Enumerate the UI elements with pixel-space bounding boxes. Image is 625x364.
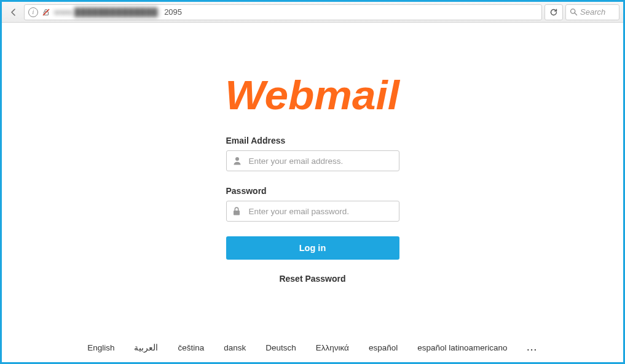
lang-more[interactable]: ... xyxy=(527,343,538,352)
password-field[interactable] xyxy=(226,201,399,222)
lang-item[interactable]: dansk xyxy=(224,343,246,352)
search-icon xyxy=(570,8,578,16)
login-form: Email Address Password Log in Reset Pass… xyxy=(226,136,399,284)
svg-rect-4 xyxy=(234,211,240,215)
info-icon[interactable]: i xyxy=(28,7,38,17)
password-input-group xyxy=(226,201,399,222)
logo-text: Webmail xyxy=(226,72,400,118)
language-bar: English العربية čeština dansk Deutsch Ελ… xyxy=(2,343,623,352)
reload-icon xyxy=(549,8,558,17)
lang-item[interactable]: Ελληνικά xyxy=(316,343,349,352)
login-button[interactable]: Log in xyxy=(226,236,399,260)
svg-line-3 xyxy=(575,13,577,15)
back-button[interactable] xyxy=(6,4,22,20)
lang-item[interactable]: español latinoamericano xyxy=(417,343,507,352)
browser-search[interactable]: Search xyxy=(565,4,619,20)
search-placeholder: Search xyxy=(580,7,605,17)
reload-button[interactable] xyxy=(544,4,563,20)
user-icon xyxy=(232,156,242,166)
url-bar[interactable]: i www.██████████████: 2095 xyxy=(24,4,542,20)
email-label: Email Address xyxy=(226,136,399,145)
lock-icon xyxy=(232,206,241,216)
lang-item[interactable]: español xyxy=(369,343,398,352)
browser-chrome: i www.██████████████: 2095 Search xyxy=(2,2,623,23)
lang-item[interactable]: English xyxy=(87,343,114,352)
password-label: Password xyxy=(226,186,399,196)
lang-item[interactable]: Deutsch xyxy=(265,343,296,352)
arrow-left-icon xyxy=(9,7,18,17)
email-field[interactable] xyxy=(226,150,399,171)
email-input-group xyxy=(226,150,399,171)
insecure-icon xyxy=(42,8,50,17)
reset-password: Reset Password xyxy=(226,273,399,284)
page-content: Webmail Email Address Password Log in Re… xyxy=(2,23,623,362)
url-host: www.██████████████: xyxy=(54,7,160,17)
url-port: 2095 xyxy=(164,7,182,17)
lang-item[interactable]: čeština xyxy=(178,343,204,352)
logo: Webmail xyxy=(229,72,395,118)
reset-password-link[interactable]: Reset Password xyxy=(279,274,345,284)
lang-item[interactable]: العربية xyxy=(134,343,158,352)
